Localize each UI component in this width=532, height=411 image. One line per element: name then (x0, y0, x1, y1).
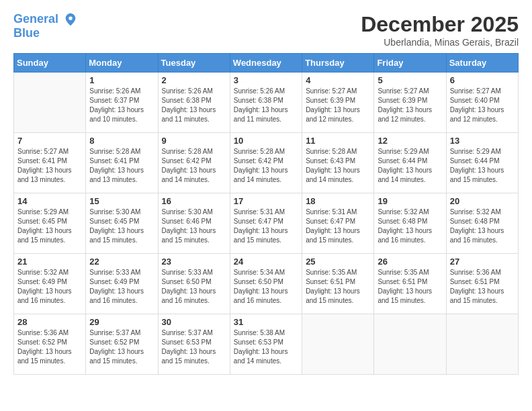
calendar-week-row: 1Sunrise: 5:26 AM Sunset: 6:37 PM Daylig… (14, 73, 519, 133)
day-number: 2 (162, 75, 226, 85)
calendar-cell: 6Sunrise: 5:27 AM Sunset: 6:40 PM Daylig… (446, 73, 518, 133)
calendar-cell: 19Sunrise: 5:32 AM Sunset: 6:48 PM Dayli… (374, 193, 446, 254)
day-info: Sunrise: 5:36 AM Sunset: 6:51 PM Dayligh… (450, 268, 515, 306)
logo-blue-text: Blue (13, 27, 78, 40)
day-number: 9 (162, 136, 226, 146)
day-number: 20 (450, 196, 515, 206)
calendar-cell: 11Sunrise: 5:28 AM Sunset: 6:43 PM Dayli… (302, 133, 374, 193)
calendar-cell: 29Sunrise: 5:37 AM Sunset: 6:52 PM Dayli… (86, 314, 158, 375)
day-info: Sunrise: 5:36 AM Sunset: 6:52 PM Dayligh… (17, 328, 82, 366)
day-info: Sunrise: 5:27 AM Sunset: 6:40 PM Dayligh… (450, 87, 515, 124)
calendar-table: SundayMondayTuesdayWednesdayThursdayFrid… (13, 53, 519, 375)
calendar-cell: 15Sunrise: 5:30 AM Sunset: 6:45 PM Dayli… (86, 193, 158, 254)
calendar-cell: 3Sunrise: 5:26 AM Sunset: 6:38 PM Daylig… (230, 73, 302, 133)
day-number: 5 (378, 75, 442, 85)
calendar-cell: 8Sunrise: 5:28 AM Sunset: 6:41 PM Daylig… (86, 133, 158, 193)
calendar-cell (374, 314, 446, 375)
calendar-cell: 12Sunrise: 5:29 AM Sunset: 6:44 PM Dayli… (374, 133, 446, 193)
calendar-cell: 7Sunrise: 5:27 AM Sunset: 6:41 PM Daylig… (14, 133, 86, 193)
day-info: Sunrise: 5:28 AM Sunset: 6:42 PM Dayligh… (162, 147, 226, 185)
subtitle: Uberlandia, Minas Gerais, Brazil (361, 37, 519, 48)
calendar-cell: 28Sunrise: 5:36 AM Sunset: 6:52 PM Dayli… (14, 314, 86, 375)
day-number: 25 (306, 257, 370, 267)
calendar-cell: 18Sunrise: 5:31 AM Sunset: 6:47 PM Dayli… (302, 193, 374, 254)
day-number: 11 (306, 136, 370, 146)
day-number: 15 (89, 196, 154, 206)
day-info: Sunrise: 5:30 AM Sunset: 6:45 PM Dayligh… (89, 208, 154, 245)
calendar-day-header: Saturday (446, 54, 518, 73)
calendar-cell: 20Sunrise: 5:32 AM Sunset: 6:48 PM Dayli… (446, 193, 518, 254)
day-number: 31 (234, 317, 298, 327)
day-number: 21 (17, 257, 82, 267)
day-info: Sunrise: 5:34 AM Sunset: 6:50 PM Dayligh… (234, 268, 298, 306)
day-number: 24 (234, 257, 298, 267)
day-info: Sunrise: 5:32 AM Sunset: 6:48 PM Dayligh… (378, 208, 442, 245)
day-info: Sunrise: 5:31 AM Sunset: 6:47 PM Dayligh… (234, 208, 298, 245)
calendar-day-header: Sunday (14, 54, 86, 73)
day-number: 6 (450, 75, 515, 85)
calendar-cell: 24Sunrise: 5:34 AM Sunset: 6:50 PM Dayli… (230, 254, 302, 314)
title-block: December 2025 Uberlandia, Minas Gerais, … (361, 12, 519, 48)
calendar-cell: 16Sunrise: 5:30 AM Sunset: 6:46 PM Dayli… (158, 193, 230, 254)
logo: General Blue (13, 12, 78, 40)
calendar-day-header: Tuesday (158, 54, 230, 73)
day-number: 18 (306, 196, 370, 206)
day-number: 28 (17, 317, 82, 327)
calendar-cell: 25Sunrise: 5:35 AM Sunset: 6:51 PM Dayli… (302, 254, 374, 314)
day-info: Sunrise: 5:37 AM Sunset: 6:53 PM Dayligh… (162, 328, 226, 366)
day-info: Sunrise: 5:37 AM Sunset: 6:52 PM Dayligh… (89, 328, 154, 366)
day-info: Sunrise: 5:33 AM Sunset: 6:49 PM Dayligh… (89, 268, 154, 306)
day-info: Sunrise: 5:30 AM Sunset: 6:46 PM Dayligh… (162, 208, 226, 245)
day-number: 26 (378, 257, 442, 267)
calendar-day-header: Monday (86, 54, 158, 73)
day-number: 13 (450, 136, 515, 146)
day-info: Sunrise: 5:26 AM Sunset: 6:38 PM Dayligh… (234, 87, 298, 124)
calendar-header-row: SundayMondayTuesdayWednesdayThursdayFrid… (14, 54, 519, 73)
calendar-cell: 31Sunrise: 5:38 AM Sunset: 6:53 PM Dayli… (230, 314, 302, 375)
day-info: Sunrise: 5:27 AM Sunset: 6:41 PM Dayligh… (17, 147, 82, 185)
calendar-cell: 27Sunrise: 5:36 AM Sunset: 6:51 PM Dayli… (446, 254, 518, 314)
day-info: Sunrise: 5:35 AM Sunset: 6:51 PM Dayligh… (306, 268, 370, 306)
day-info: Sunrise: 5:27 AM Sunset: 6:39 PM Dayligh… (378, 87, 442, 124)
logo-text: General (13, 12, 78, 27)
day-number: 19 (378, 196, 442, 206)
calendar-week-row: 14Sunrise: 5:29 AM Sunset: 6:45 PM Dayli… (14, 193, 519, 254)
day-number: 16 (162, 196, 226, 206)
calendar-week-row: 21Sunrise: 5:32 AM Sunset: 6:49 PM Dayli… (14, 254, 519, 314)
calendar-cell (302, 314, 374, 375)
day-number: 3 (234, 75, 298, 85)
page-header: General Blue December 2025 Uberlandia, M… (7, 7, 525, 50)
day-info: Sunrise: 5:26 AM Sunset: 6:38 PM Dayligh… (162, 87, 226, 124)
day-number: 22 (89, 257, 154, 267)
calendar-cell: 30Sunrise: 5:37 AM Sunset: 6:53 PM Dayli… (158, 314, 230, 375)
day-number: 10 (234, 136, 298, 146)
calendar-week-row: 7Sunrise: 5:27 AM Sunset: 6:41 PM Daylig… (14, 133, 519, 193)
calendar-cell: 17Sunrise: 5:31 AM Sunset: 6:47 PM Dayli… (230, 193, 302, 254)
day-info: Sunrise: 5:38 AM Sunset: 6:53 PM Dayligh… (234, 328, 298, 366)
day-info: Sunrise: 5:32 AM Sunset: 6:48 PM Dayligh… (450, 208, 515, 245)
day-info: Sunrise: 5:31 AM Sunset: 6:47 PM Dayligh… (306, 208, 370, 245)
day-number: 1 (89, 75, 154, 85)
day-info: Sunrise: 5:29 AM Sunset: 6:45 PM Dayligh… (17, 208, 82, 245)
calendar-cell: 14Sunrise: 5:29 AM Sunset: 6:45 PM Dayli… (14, 193, 86, 254)
calendar-cell: 9Sunrise: 5:28 AM Sunset: 6:42 PM Daylig… (158, 133, 230, 193)
day-info: Sunrise: 5:26 AM Sunset: 6:37 PM Dayligh… (89, 87, 154, 124)
day-number: 23 (162, 257, 226, 267)
calendar-cell: 4Sunrise: 5:27 AM Sunset: 6:39 PM Daylig… (302, 73, 374, 133)
day-info: Sunrise: 5:27 AM Sunset: 6:39 PM Dayligh… (306, 87, 370, 124)
calendar-cell: 10Sunrise: 5:28 AM Sunset: 6:42 PM Dayli… (230, 133, 302, 193)
day-info: Sunrise: 5:28 AM Sunset: 6:43 PM Dayligh… (306, 147, 370, 185)
day-number: 29 (89, 317, 154, 327)
calendar-cell: 26Sunrise: 5:35 AM Sunset: 6:51 PM Dayli… (374, 254, 446, 314)
day-number: 12 (378, 136, 442, 146)
calendar-cell (14, 73, 86, 133)
calendar-cell: 23Sunrise: 5:33 AM Sunset: 6:50 PM Dayli… (158, 254, 230, 314)
calendar-day-header: Wednesday (230, 54, 302, 73)
calendar-cell: 1Sunrise: 5:26 AM Sunset: 6:37 PM Daylig… (86, 73, 158, 133)
day-info: Sunrise: 5:28 AM Sunset: 6:42 PM Dayligh… (234, 147, 298, 185)
day-number: 27 (450, 257, 515, 267)
calendar-cell (446, 314, 518, 375)
calendar-cell: 22Sunrise: 5:33 AM Sunset: 6:49 PM Dayli… (86, 254, 158, 314)
day-info: Sunrise: 5:29 AM Sunset: 6:44 PM Dayligh… (378, 147, 442, 185)
day-number: 8 (89, 136, 154, 146)
